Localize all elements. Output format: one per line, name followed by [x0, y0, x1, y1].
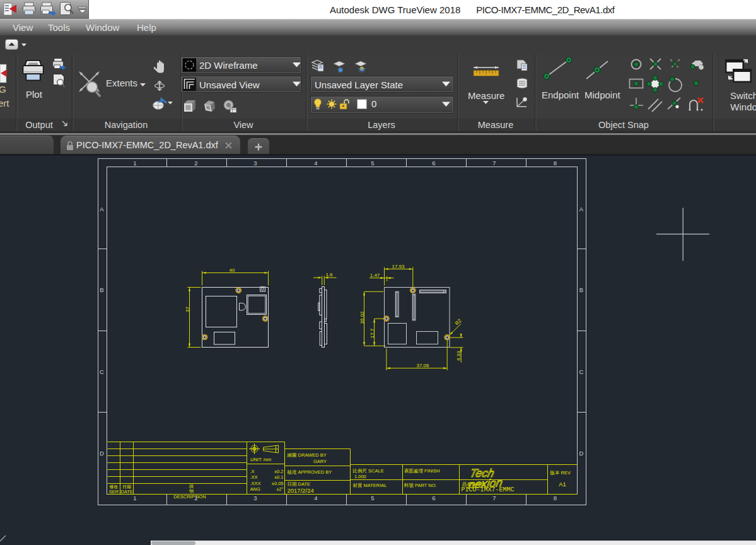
svg-text:C: C — [100, 368, 104, 375]
svg-text:nexion: nexion — [467, 476, 504, 491]
svg-text:表面處理 FINISH: 表面處理 FINISH — [404, 468, 440, 474]
svg-text:Output: Output — [25, 120, 53, 130]
svg-text:6: 6 — [432, 160, 435, 167]
svg-text:1.6: 1.6 — [325, 272, 333, 278]
svg-text:6: 6 — [432, 495, 435, 501]
svg-text:±0.1: ±0.1 — [274, 474, 284, 480]
svg-text:5: 5 — [371, 160, 374, 167]
svg-text:±2°: ±2° — [276, 486, 283, 492]
svg-text:4: 4 — [314, 495, 317, 501]
svg-text:8: 8 — [554, 160, 557, 167]
svg-text:Navigation: Navigation — [105, 120, 148, 130]
svg-text:A1: A1 — [559, 481, 566, 488]
svg-text:A: A — [579, 206, 584, 213]
svg-text:G: G — [0, 84, 6, 95]
svg-text:5: 5 — [371, 495, 374, 501]
svg-text:繪圖 DRAWED BY: 繪圖 DRAWED BY — [287, 452, 327, 458]
svg-text:Endpoint: Endpoint — [542, 90, 579, 100]
svg-text:1: 1 — [133, 160, 136, 167]
svg-text:3: 3 — [253, 495, 257, 501]
svg-text:DATE: DATE — [120, 489, 132, 495]
svg-text:Switch: Switch — [730, 90, 756, 101]
svg-text:料號 PART NO.: 料號 PART NO. — [404, 483, 437, 488]
svg-text:37: 37 — [185, 307, 190, 312]
svg-text:Plot: Plot — [26, 89, 43, 100]
svg-text:±0.05: ±0.05 — [272, 481, 284, 486]
svg-text:17.93: 17.93 — [392, 264, 405, 269]
svg-text:C: C — [579, 368, 584, 375]
svg-text:Extents: Extents — [106, 78, 137, 88]
svg-text:8: 8 — [554, 495, 557, 501]
svg-text:UNIT: mm: UNIT: mm — [250, 457, 271, 462]
svg-text:.XXX: .XXX — [250, 481, 261, 486]
svg-text:±0.2: ±0.2 — [274, 469, 284, 474]
svg-text:Unsaved Layer State: Unsaved Layer State — [315, 79, 403, 90]
svg-text:3: 3 — [253, 160, 257, 167]
svg-text:D: D — [100, 450, 104, 457]
svg-text:View: View — [233, 120, 253, 130]
svg-text:Window: Window — [730, 102, 756, 112]
svg-text:ert: ert — [0, 98, 9, 108]
svg-text:1: 1 — [133, 495, 136, 501]
svg-text:.X: .X — [250, 469, 255, 474]
svg-text:B: B — [579, 286, 583, 293]
svg-text:版本 REV: 版本 REV — [550, 470, 571, 476]
svg-text:0: 0 — [371, 98, 376, 109]
svg-text:Layers: Layers — [368, 120, 395, 130]
svg-text:材質 MATERIAL: 材質 MATERIAL — [353, 483, 387, 488]
svg-text:17.7: 17.7 — [369, 328, 375, 338]
svg-text:A: A — [100, 206, 104, 213]
svg-text:40: 40 — [230, 267, 235, 273]
svg-text:DESCRIPTION: DESCRIPTION — [173, 494, 206, 500]
svg-text:1.000: 1.000 — [354, 474, 366, 479]
svg-text:核准 APPROVED BY: 核准 APPROVED BY — [287, 469, 332, 475]
svg-text:SER: SER — [109, 489, 119, 495]
svg-text:.XX: .XX — [250, 474, 258, 480]
svg-text:2: 2 — [194, 160, 197, 167]
svg-text:6.33: 6.33 — [456, 351, 462, 361]
svg-text:Measure: Measure — [468, 90, 504, 101]
svg-text:R2: R2 — [454, 318, 463, 327]
svg-text:Unsaved View: Unsaved View — [199, 79, 260, 90]
svg-text:2D Wireframe: 2D Wireframe — [199, 60, 258, 71]
svg-text:B: B — [100, 286, 103, 293]
svg-text:比例尺 SCALE: 比例尺 SCALE — [353, 468, 384, 474]
svg-text:Midpoint: Midpoint — [584, 90, 621, 100]
svg-text:7: 7 — [492, 495, 496, 501]
svg-text:明: 明 — [189, 489, 194, 493]
svg-text:Measure: Measure — [478, 120, 513, 130]
svg-text:ANG: ANG — [250, 486, 260, 492]
svg-text:37.06: 37.06 — [416, 363, 429, 368]
svg-text:Object Snap: Object Snap — [598, 120, 649, 130]
svg-text:4: 4 — [314, 160, 317, 167]
svg-text:D: D — [579, 450, 584, 457]
svg-text:GARY: GARY — [313, 459, 327, 464]
svg-text:35.02: 35.02 — [359, 311, 365, 324]
svg-text:2017/2/24: 2017/2/24 — [288, 487, 314, 494]
svg-text:1.47: 1.47 — [370, 272, 380, 278]
svg-text:7: 7 — [492, 160, 496, 167]
